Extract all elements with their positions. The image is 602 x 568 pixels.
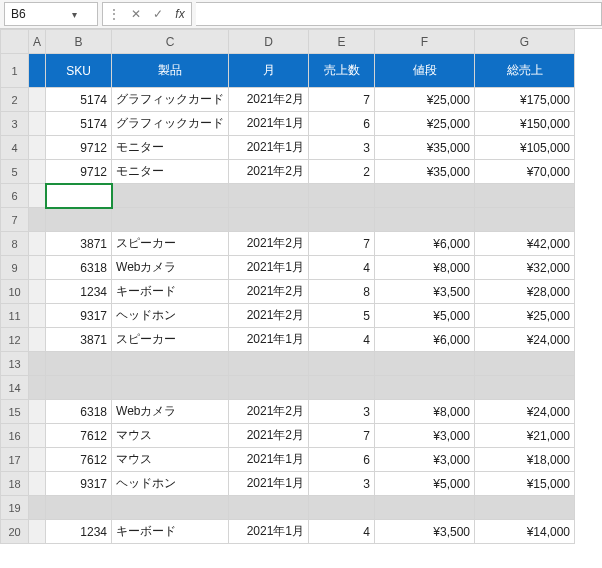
cell[interactable]: 6 xyxy=(309,112,375,136)
cell[interactable]: 9712 xyxy=(46,136,112,160)
cell[interactable]: ¥70,000 xyxy=(475,160,575,184)
cell[interactable] xyxy=(112,352,229,376)
cell[interactable] xyxy=(29,520,46,544)
cell[interactable]: 2021年1月 xyxy=(229,112,309,136)
cell[interactable] xyxy=(475,184,575,208)
cell[interactable]: ¥21,000 xyxy=(475,424,575,448)
fx-button[interactable]: fx xyxy=(169,7,191,21)
cell[interactable] xyxy=(29,472,46,496)
cell-D1[interactable]: 月 xyxy=(229,54,309,88)
cell[interactable]: Webカメラ xyxy=(112,256,229,280)
cell[interactable]: 2021年2月 xyxy=(229,160,309,184)
cell[interactable]: スピーカー xyxy=(112,232,229,256)
cell[interactable] xyxy=(29,112,46,136)
formula-input[interactable] xyxy=(196,2,602,26)
cell[interactable]: 4 xyxy=(309,520,375,544)
cell[interactable] xyxy=(29,208,46,232)
cell[interactable] xyxy=(309,184,375,208)
cell[interactable] xyxy=(29,280,46,304)
cell[interactable]: ¥15,000 xyxy=(475,472,575,496)
cell[interactable]: ¥3,000 xyxy=(375,424,475,448)
cell[interactable]: ¥14,000 xyxy=(475,520,575,544)
row-header-16[interactable]: 16 xyxy=(1,424,29,448)
cell[interactable]: 3 xyxy=(309,400,375,424)
cell[interactable]: ¥28,000 xyxy=(475,280,575,304)
cell[interactable]: ¥5,000 xyxy=(375,472,475,496)
row-header-20[interactable]: 20 xyxy=(1,520,29,544)
cell[interactable]: 3871 xyxy=(46,328,112,352)
accept-button[interactable]: ✓ xyxy=(147,7,169,21)
cell[interactable] xyxy=(29,448,46,472)
col-header-A[interactable]: A xyxy=(29,30,46,54)
cell[interactable]: グラフィックカード xyxy=(112,112,229,136)
cell[interactable]: 2021年1月 xyxy=(229,328,309,352)
cell[interactable] xyxy=(229,376,309,400)
cell-E1[interactable]: 売上数 xyxy=(309,54,375,88)
cell[interactable]: ¥150,000 xyxy=(475,112,575,136)
cell[interactable] xyxy=(309,376,375,400)
selected-cell[interactable] xyxy=(46,184,112,208)
cell[interactable]: 2021年1月 xyxy=(229,472,309,496)
cell[interactable]: ¥175,000 xyxy=(475,88,575,112)
cell[interactable] xyxy=(375,376,475,400)
row-header-6[interactable]: 6 xyxy=(1,184,29,208)
cell[interactable] xyxy=(29,136,46,160)
cell[interactable] xyxy=(112,376,229,400)
cell[interactable]: Webカメラ xyxy=(112,400,229,424)
row-header-4[interactable]: 4 xyxy=(1,136,29,160)
cell[interactable]: 3871 xyxy=(46,232,112,256)
cell[interactable] xyxy=(375,352,475,376)
cell[interactable]: ¥24,000 xyxy=(475,328,575,352)
cell[interactable]: ¥24,000 xyxy=(475,400,575,424)
cell[interactable] xyxy=(29,400,46,424)
cell[interactable]: 7 xyxy=(309,88,375,112)
cell[interactable]: ¥6,000 xyxy=(375,232,475,256)
cell[interactable]: ヘッドホン xyxy=(112,472,229,496)
cell[interactable]: 3 xyxy=(309,472,375,496)
cell[interactable] xyxy=(29,256,46,280)
cell[interactable]: 3 xyxy=(309,136,375,160)
row-header-19[interactable]: 19 xyxy=(1,496,29,520)
cell[interactable]: 9317 xyxy=(46,472,112,496)
cell[interactable]: 2021年1月 xyxy=(229,256,309,280)
cell[interactable]: 2021年1月 xyxy=(229,136,309,160)
cell[interactable]: ¥25,000 xyxy=(475,304,575,328)
row-header-18[interactable]: 18 xyxy=(1,472,29,496)
cell[interactable] xyxy=(29,160,46,184)
cell[interactable] xyxy=(112,208,229,232)
cell[interactable] xyxy=(29,184,46,208)
cell[interactable]: ¥42,000 xyxy=(475,232,575,256)
cell[interactable]: モニター xyxy=(112,160,229,184)
cell-F1[interactable]: 値段 xyxy=(375,54,475,88)
grid[interactable]: A B C D E F G 1 SKU 製品 月 売上数 値段 総売上 2517… xyxy=(0,29,602,544)
cell[interactable]: ¥3,000 xyxy=(375,448,475,472)
cell[interactable]: ¥3,500 xyxy=(375,280,475,304)
cell[interactable]: 1234 xyxy=(46,520,112,544)
cell[interactable]: 8 xyxy=(309,280,375,304)
col-header-B[interactable]: B xyxy=(46,30,112,54)
cell[interactable]: 2021年2月 xyxy=(229,88,309,112)
cell[interactable]: ¥8,000 xyxy=(375,256,475,280)
row-header-3[interactable]: 3 xyxy=(1,112,29,136)
col-header-D[interactable]: D xyxy=(229,30,309,54)
cell[interactable]: 2021年2月 xyxy=(229,400,309,424)
row-header-7[interactable]: 7 xyxy=(1,208,29,232)
cell[interactable]: ¥105,000 xyxy=(475,136,575,160)
cell[interactable]: ¥6,000 xyxy=(375,328,475,352)
cell[interactable] xyxy=(375,208,475,232)
row-header-12[interactable]: 12 xyxy=(1,328,29,352)
cell[interactable]: 2021年2月 xyxy=(229,424,309,448)
cell[interactable]: 7612 xyxy=(46,448,112,472)
cell[interactable] xyxy=(229,352,309,376)
cell[interactable]: ¥8,000 xyxy=(375,400,475,424)
row-header-17[interactable]: 17 xyxy=(1,448,29,472)
cell[interactable]: ¥35,000 xyxy=(375,160,475,184)
cell[interactable]: 2021年1月 xyxy=(229,448,309,472)
cell[interactable] xyxy=(29,304,46,328)
cell[interactable]: マウス xyxy=(112,424,229,448)
cell[interactable] xyxy=(229,184,309,208)
cell[interactable]: ¥35,000 xyxy=(375,136,475,160)
col-header-F[interactable]: F xyxy=(375,30,475,54)
cell[interactable]: 9317 xyxy=(46,304,112,328)
cell[interactable]: スピーカー xyxy=(112,328,229,352)
